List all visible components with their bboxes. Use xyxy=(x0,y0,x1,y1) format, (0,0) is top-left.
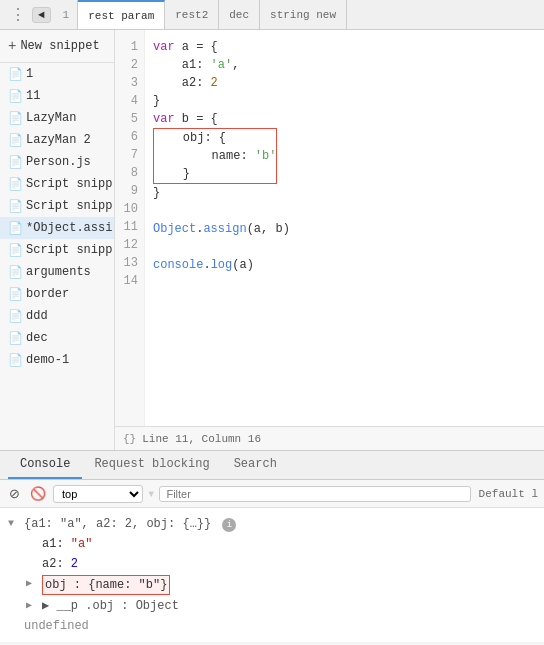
file-icon: 📄 xyxy=(8,243,22,257)
console-toolbar: ⊘ 🚫 top ▾ Default l xyxy=(0,480,544,508)
sidebar-item-label: LazyMan xyxy=(26,111,76,125)
console-clear-button[interactable]: ⊘ xyxy=(6,485,23,502)
sidebar-item-arguments[interactable]: 📄 arguments xyxy=(0,261,114,283)
file-icon: 📄 xyxy=(8,89,22,103)
tab-rest2[interactable]: rest2 xyxy=(165,0,219,29)
sidebar-item-ddd[interactable]: 📄 ddd xyxy=(0,305,114,327)
main-area: + New snippet 📄 1 📄 11 📄 LazyMan 📄 LazyM… xyxy=(0,30,544,450)
code-container[interactable]: 12345 678910 11121314 var a = { a1: 'a',… xyxy=(115,30,544,426)
dropdown-arrow-icon: ▾ xyxy=(147,485,155,502)
file-icon: 📄 xyxy=(8,111,22,125)
console-context-select[interactable]: top xyxy=(53,485,143,503)
default-levels-label: Default l xyxy=(479,488,538,500)
console-prop-proto: ▶ ▶ __p .obj : Object xyxy=(26,596,536,616)
console-prop-a1: a1: "a" xyxy=(26,534,536,554)
prop-a1-val: "a" xyxy=(71,535,93,553)
file-icon: 📄 xyxy=(8,309,22,323)
console-line-undefined: undefined xyxy=(8,616,536,636)
sidebar-item-label: Script snipp xyxy=(26,199,112,213)
sidebar-item-personjs[interactable]: 📄 Person.js xyxy=(0,151,114,173)
prop-a2-key: a2: xyxy=(42,555,64,573)
code-editor[interactable]: var a = { a1: 'a', a2: 2 } var b = { obj… xyxy=(145,30,544,426)
console-obj-text: {a1: "a", a2: 2, obj: {…}} xyxy=(24,517,211,531)
expand-proto-arrow-icon[interactable]: ▶ xyxy=(26,597,38,615)
console-expanded-props: a1: "a" a2: 2 ▶ obj : {name: "b"} ▶ ▶ __… xyxy=(26,534,536,616)
status-text: Line 11, Column 16 xyxy=(142,433,261,445)
console-object-value: {a1: "a", a2: 2, obj: {…}} i xyxy=(24,515,236,533)
console-tabs: Console Request blocking Search xyxy=(0,450,544,480)
file-icon: 📄 xyxy=(8,221,22,235)
file-icon: 📄 xyxy=(8,155,22,169)
tab-string-new[interactable]: string new xyxy=(260,0,347,29)
prop-a2-val: 2 xyxy=(71,555,78,573)
tab-bar: ⋮ ◄ 1 rest param rest2 dec string new xyxy=(0,0,544,30)
sidebar-item-label: 1 xyxy=(26,67,33,81)
console-output: ▼ {a1: "a", a2: 2, obj: {…}} i a1: "a" a… xyxy=(0,508,544,642)
console-prop-a2: a2: 2 xyxy=(26,554,536,574)
braces-icon: {} xyxy=(123,433,136,445)
tab-nav-back-button[interactable]: ◄ xyxy=(32,7,51,23)
plus-icon: + xyxy=(8,38,16,54)
sidebar-item-script3[interactable]: 📄 Script snipp xyxy=(0,239,114,261)
sidebar-item-label: arguments xyxy=(26,265,91,279)
line-numbers: 12345 678910 11121314 xyxy=(115,30,145,426)
sidebar-item-label: Person.js xyxy=(26,155,91,169)
no-expand-icon xyxy=(26,555,38,573)
sidebar-item-label: demo-1 xyxy=(26,353,69,367)
console-info-icon[interactable]: i xyxy=(222,518,236,532)
console-obj-highlighted: obj : {name: "b"} xyxy=(42,575,170,595)
sidebar-item-script1[interactable]: 📄 Script snipp xyxy=(0,173,114,195)
file-icon: 📄 xyxy=(8,265,22,279)
sidebar-item-lazyman[interactable]: 📄 LazyMan xyxy=(0,107,114,129)
tab-rest-param[interactable]: rest param xyxy=(78,0,165,29)
sidebar-item-label: dec xyxy=(26,331,48,345)
file-icon: 📄 xyxy=(8,67,22,81)
sidebar-item-border[interactable]: 📄 border xyxy=(0,283,114,305)
file-icon: 📄 xyxy=(8,331,22,345)
file-icon: 📄 xyxy=(8,287,22,301)
file-icon: 📄 xyxy=(8,199,22,213)
sidebar-item-dec[interactable]: 📄 dec xyxy=(0,327,114,349)
prop-obj-label: obj : {name: "b"} xyxy=(45,578,167,592)
sidebar-item-label: 11 xyxy=(26,89,40,103)
status-bar: {} Line 11, Column 16 xyxy=(115,426,544,450)
sidebar-item-script2[interactable]: 📄 Script snipp xyxy=(0,195,114,217)
sidebar: + New snippet 📄 1 📄 11 📄 LazyMan 📄 LazyM… xyxy=(0,30,115,450)
prop-a1-key: a1: xyxy=(42,535,64,553)
no-expand-icon xyxy=(8,617,20,635)
sidebar-item-label: Script snipp xyxy=(26,243,112,257)
sidebar-item-label: ddd xyxy=(26,309,48,323)
tab-dec[interactable]: dec xyxy=(219,0,260,29)
console-prop-obj: ▶ obj : {name: "b"} xyxy=(26,574,536,596)
sidebar-item-demo1[interactable]: 📄 demo-1 xyxy=(0,349,114,371)
expand-arrow-icon[interactable]: ▼ xyxy=(8,515,20,533)
file-icon: 📄 xyxy=(8,353,22,367)
tab-search[interactable]: Search xyxy=(222,451,289,479)
no-expand-icon xyxy=(26,535,38,553)
tab-request-blocking[interactable]: Request blocking xyxy=(82,451,221,479)
tab-nav-number: 1 xyxy=(55,0,79,29)
sidebar-item-label: border xyxy=(26,287,69,301)
new-snippet-label: New snippet xyxy=(20,39,99,53)
file-icon: 📄 xyxy=(8,133,22,147)
tab-bar-dots-icon[interactable]: ⋮ xyxy=(4,5,32,25)
editor-area: 12345 678910 11121314 var a = { a1: 'a',… xyxy=(115,30,544,450)
tab-console[interactable]: Console xyxy=(8,451,82,479)
sidebar-item-label: LazyMan 2 xyxy=(26,133,91,147)
console-undefined-value: undefined xyxy=(24,617,89,635)
console-filter-input[interactable] xyxy=(159,486,470,502)
sidebar-item-11[interactable]: 📄 11 xyxy=(0,85,114,107)
new-snippet-button[interactable]: + New snippet xyxy=(0,30,114,63)
console-stop-button[interactable]: 🚫 xyxy=(27,485,49,502)
sidebar-item-label: *Object.assi xyxy=(26,221,112,235)
prop-proto-label: ▶ __p .obj : Object xyxy=(42,597,179,615)
sidebar-item-lazyman2[interactable]: 📄 LazyMan 2 xyxy=(0,129,114,151)
sidebar-item-label: Script snipp xyxy=(26,177,112,191)
file-icon: 📄 xyxy=(8,177,22,191)
console-line-object: ▼ {a1: "a", a2: 2, obj: {…}} i xyxy=(8,514,536,534)
sidebar-item-1[interactable]: 📄 1 xyxy=(0,63,114,85)
sidebar-item-objectassi[interactable]: 📄 *Object.assi xyxy=(0,217,114,239)
expand-obj-arrow-icon[interactable]: ▶ xyxy=(26,575,38,593)
